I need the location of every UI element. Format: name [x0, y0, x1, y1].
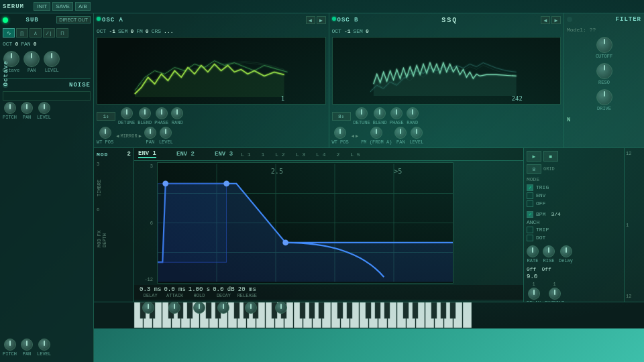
sub-pitch-knob[interactable] — [4, 339, 16, 351]
trip-checkbox[interactable] — [527, 227, 533, 233]
osc-a-arrow-right[interactable]: ▶ — [139, 133, 142, 139]
filter-drive-label: DRIVE — [597, 106, 611, 111]
rise-label: RISE — [543, 258, 555, 263]
pumping-knob[interactable] — [549, 288, 561, 300]
osc-a-phase-knob[interactable] — [156, 107, 168, 119]
noise-level-knob[interactable] — [38, 102, 50, 114]
ab-button[interactable]: A/B — [75, 2, 91, 11]
sub-header: SUB DIRECT OUT — [3, 16, 91, 23]
l2-tab[interactable]: L 2 — [275, 152, 284, 158]
sustain-knob[interactable] — [245, 302, 257, 314]
svg-marker-0 — [135, 64, 284, 98]
osc-b-wtpos-knob[interactable] — [334, 127, 346, 139]
init-button[interactable]: INIT — [34, 2, 50, 11]
osc-b-arrow-left[interactable]: ◀ — [352, 133, 354, 139]
attack-knob[interactable] — [168, 302, 180, 314]
osc-a-header: OSC A ◀ ▶ — [97, 16, 326, 24]
osc-b-level-label: LEVEL — [409, 139, 423, 145]
env-checkbox[interactable] — [527, 192, 533, 199]
osc-a-level-knob[interactable] — [160, 127, 172, 139]
osc-b-prev[interactable]: ◀ — [541, 16, 550, 24]
off2-val: 0ff — [541, 266, 551, 272]
l5-tab[interactable]: L 5 — [350, 152, 360, 158]
osc-b-oct-label: OCT — [332, 28, 341, 34]
grid-selector[interactable]: 8 — [527, 164, 541, 174]
delay-r-knob[interactable] — [560, 245, 572, 257]
osc-a-unison-arrows: ⇕ — [106, 114, 109, 119]
osc-b-unison[interactable]: 8 ⇕ — [332, 112, 351, 121]
osc-b-detune-knob[interactable] — [356, 107, 368, 119]
trig-checkbox[interactable] — [527, 184, 533, 191]
delay-bottom-knob[interactable] — [528, 288, 540, 300]
wave-pulse-btn[interactable]: ⊓ — [56, 28, 68, 38]
direct-out-button[interactable]: DIRECT OUT — [56, 16, 91, 23]
rec-btn[interactable]: ■ — [543, 151, 558, 162]
osc-a-wtpos-knob[interactable] — [99, 127, 111, 139]
osc-b-pan-knob[interactable] — [394, 127, 407, 139]
wave-saw-btn[interactable]: /| — [43, 28, 55, 38]
rate-knob[interactable] — [527, 245, 539, 257]
osc-b-fm-knob[interactable] — [370, 127, 382, 139]
osc-a-rand-label: RAND — [172, 120, 183, 125]
noise-pan-knob[interactable] — [21, 102, 33, 114]
right-scale: 12 1 12 — [624, 148, 644, 302]
osc-a-next[interactable]: ▶ — [317, 16, 326, 24]
osc-a-blend-knob[interactable] — [139, 107, 151, 119]
osc-a-detune-knob[interactable] — [121, 107, 133, 119]
noise-selector[interactable] — [3, 91, 91, 101]
osc-b-led[interactable] — [332, 17, 336, 21]
l4-tab[interactable]: L 4 — [316, 152, 325, 158]
wave-tri-btn[interactable]: ∧ — [30, 28, 42, 38]
l3-tab[interactable]: L 3 — [296, 152, 305, 158]
filter-reso-knob[interactable] — [596, 63, 612, 79]
l1-tab[interactable]: L 1 — [241, 152, 250, 158]
osc-b-arrow-right[interactable]: ▶ — [356, 133, 358, 139]
env3-tab[interactable]: ENV 3 — [215, 151, 233, 158]
osc-a-unison[interactable]: 1 ⇕ — [97, 112, 115, 121]
save-button[interactable]: SAVE — [52, 2, 73, 11]
env2-tab[interactable]: ENV 2 — [176, 151, 195, 158]
osc-b-level-knob[interactable] — [411, 127, 423, 139]
sub-level-knob[interactable] — [44, 51, 60, 67]
osc-b-rand-knob[interactable] — [407, 107, 419, 119]
osc-a-pan-knob[interactable] — [144, 127, 156, 139]
wave-sin-btn[interactable]: ∿ — [3, 28, 15, 38]
dot-checkbox[interactable] — [527, 235, 533, 241]
synth-main: SUB DIRECT OUT ∿ ∏ ∧ /| ⊓ OCT 0 PAN 0 — [0, 13, 644, 362]
filter-model-row: Model: ?? — [567, 27, 641, 33]
scale-12-top: -12 — [144, 277, 153, 282]
filter-led[interactable] — [567, 17, 572, 22]
transport-row: ▶ ■ — [527, 151, 621, 162]
off-checkbox[interactable] — [527, 200, 533, 207]
osc-a-arrow-left[interactable]: ◀ — [116, 133, 119, 139]
env-tabs-row: ENV 1 ENV 2 ENV 3 L 1 1 L 2 L 3 L 4 2 — [134, 148, 523, 161]
osc-a-rand-knob[interactable] — [171, 107, 183, 119]
decay-knob[interactable] — [217, 302, 229, 314]
osc-b-next[interactable]: ▶ — [551, 16, 561, 24]
delay-knob[interactable] — [142, 302, 154, 314]
wave-sq-btn[interactable]: ∏ — [16, 28, 28, 38]
mode-label: MODE — [527, 176, 621, 182]
filter-drive-knob[interactable] — [596, 89, 612, 105]
pitch-knob[interactable] — [4, 102, 16, 114]
sub-level2-knob[interactable] — [38, 339, 50, 351]
osc-a-sem-val: 0 — [130, 28, 133, 34]
filter-cutoff-knob[interactable] — [596, 37, 612, 53]
filter-model-val: ?? — [590, 27, 596, 33]
bpm-checkbox[interactable] — [527, 211, 533, 218]
filter-cutoff-group: CUTOFF — [567, 37, 641, 59]
rise-knob[interactable] — [543, 245, 555, 257]
sub-oct-label: OCT — [3, 41, 12, 47]
sub-pan2-knob[interactable] — [21, 339, 33, 351]
osc-a-led[interactable] — [97, 17, 101, 21]
svg-rect-72 — [375, 302, 380, 318]
sub-pan-knob[interactable] — [23, 51, 40, 67]
osc-b-blend-knob[interactable] — [374, 107, 386, 119]
sub-led[interactable] — [3, 17, 8, 23]
osc-b-phase-knob[interactable] — [390, 107, 402, 119]
osc-b-blend-label: BLEND — [373, 120, 387, 125]
osc-a-prev[interactable]: ◀ — [306, 16, 315, 24]
sub-level2-knob-group: LEVEL — [37, 339, 51, 357]
env1-tab[interactable]: ENV 1 — [138, 150, 156, 158]
play-btn[interactable]: ▶ — [527, 151, 541, 162]
